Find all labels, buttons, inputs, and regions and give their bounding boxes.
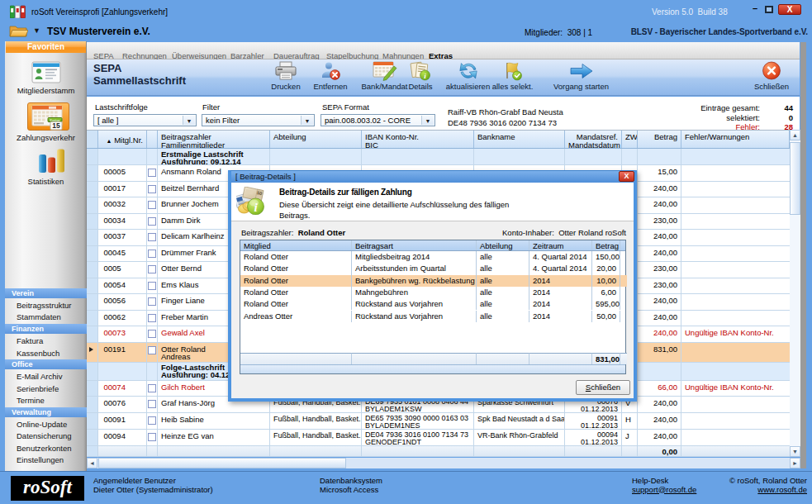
- svg-text:15: 15: [52, 121, 60, 130]
- svg-text:50: 50: [257, 190, 263, 196]
